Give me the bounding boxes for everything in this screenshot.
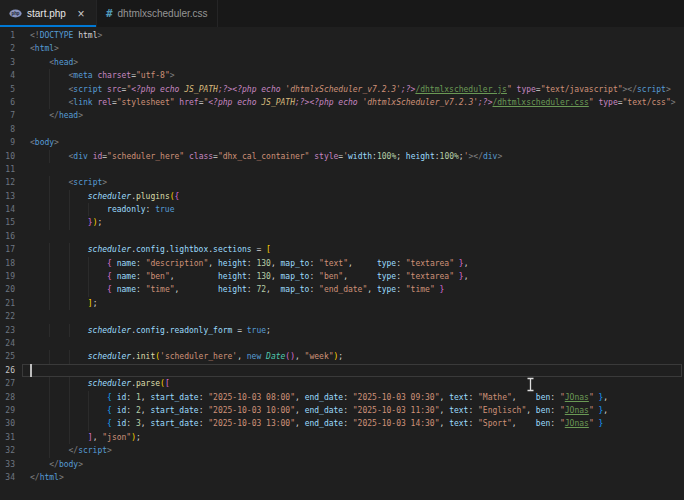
code-line-13[interactable]: scheduler.plugins({ (30, 190, 684, 203)
indent-guide (69, 431, 88, 444)
indent-guide (88, 404, 107, 417)
indent-space (30, 444, 49, 457)
code-line-28[interactable]: { id: 1, start_date: "2025-10-03 08:00",… (30, 391, 684, 404)
indent-guide (69, 350, 88, 363)
code-line-18[interactable]: { name: "description", height: 130, map_… (30, 257, 684, 270)
line-number: 30 (0, 417, 20, 430)
indent-space (30, 216, 49, 229)
line-number: 13 (0, 190, 20, 203)
code-line-7[interactable]: </head> (30, 109, 684, 122)
indent-guide (69, 417, 88, 430)
code-line-4[interactable]: <meta charset="utf-8"> (30, 69, 684, 82)
indent-guide (88, 391, 107, 404)
indent-guide (49, 96, 68, 109)
indent-space (30, 190, 49, 203)
indent-space (30, 431, 49, 444)
line-number: 3 (0, 56, 20, 69)
indent-guide (49, 270, 68, 283)
tab-dhtmlxscheduler-css[interactable]: # dhtmlxscheduler.css (97, 0, 218, 27)
code-line-9[interactable]: <body> (30, 136, 684, 149)
code-line-21[interactable]: ]; (30, 297, 684, 310)
code-lines[interactable]: <!DOCTYPE html><html><head><meta charset… (30, 29, 684, 500)
code-line-2[interactable]: <html> (30, 42, 684, 55)
code-line-6[interactable]: <link rel="stylesheet" href="<?php echo … (30, 96, 684, 109)
code-line-30[interactable]: { id: 3, start_date: "2025-10-03 13:00",… (30, 417, 684, 430)
indent-guide (69, 377, 88, 390)
code-line-22[interactable] (30, 310, 684, 323)
code-line-15[interactable]: }); (30, 216, 684, 229)
code-line-29[interactable]: { id: 2, start_date: "2025-10-03 10:00",… (30, 404, 684, 417)
code-line-24[interactable] (30, 337, 684, 350)
editor[interactable]: 1234567891011121314151617181920212223242… (0, 27, 684, 500)
css-file-icon: # (106, 7, 113, 20)
indent-space (30, 176, 49, 189)
indent-space (30, 404, 49, 417)
code-line-17[interactable]: scheduler.config.lightbox.sections = [ (30, 243, 684, 256)
indent-guide (88, 257, 107, 270)
line-number: 18 (0, 257, 20, 270)
code-line-3[interactable]: <head> (30, 56, 684, 69)
indent-guide (49, 350, 68, 363)
line-number: 21 (0, 297, 20, 310)
indent-guide (49, 417, 68, 430)
php-file-icon: php (9, 7, 22, 20)
indent-guide (69, 283, 88, 296)
code-line-10[interactable]: <div id="scheduler_here" class="dhx_cal_… (30, 150, 684, 163)
line-number: 17 (0, 243, 20, 256)
code-line-33[interactable]: </body> (30, 458, 684, 471)
svg-text:php: php (11, 11, 19, 16)
indent-guide (69, 297, 88, 310)
tab-label: dhtmlxscheduler.css (118, 8, 208, 19)
indent-space (30, 150, 49, 163)
indent-guide (69, 270, 88, 283)
tab-start-php[interactable]: php start.php × (0, 0, 97, 27)
indent-guide (88, 203, 107, 216)
indent-space (30, 391, 49, 404)
line-number: 8 (0, 123, 20, 136)
code-line-12[interactable]: <script> (30, 176, 684, 189)
tab-bar: php start.php × # dhtmlxscheduler.css (0, 0, 684, 27)
code-line-11[interactable] (30, 163, 684, 176)
line-number: 27 (0, 377, 20, 390)
tab-label: start.php (27, 8, 66, 19)
line-number: 1 (0, 29, 20, 42)
indent-space (30, 109, 49, 122)
code-line-27[interactable]: scheduler.parse([ (30, 377, 684, 390)
close-tab-icon[interactable]: × (75, 8, 87, 20)
line-number: 34 (0, 471, 20, 484)
indent-guide (69, 391, 88, 404)
code-line-25[interactable]: scheduler.init('scheduler_here', new Dat… (30, 350, 684, 363)
code-line-1[interactable]: <!DOCTYPE html> (30, 29, 684, 42)
text-caret (30, 364, 32, 377)
code-line-20[interactable]: { name: "time", height: 72, map_to: "end… (30, 283, 684, 296)
indent-guide (49, 203, 68, 216)
line-number: 2 (0, 42, 20, 55)
line-number: 28 (0, 391, 20, 404)
code-line-31[interactable]: ], "json"); (30, 431, 684, 444)
indent-space (30, 257, 49, 270)
line-number: 11 (0, 163, 20, 176)
code-line-16[interactable] (30, 230, 684, 243)
line-number: 25 (0, 350, 20, 363)
code-line-34[interactable]: </html> (30, 471, 684, 484)
indent-guide (49, 150, 68, 163)
indent-guide (88, 270, 107, 283)
line-number: 24 (0, 337, 20, 350)
indent-space (30, 243, 49, 256)
code-line-5[interactable]: <script src="<?php echo JS_PATH;?><?php … (30, 83, 684, 96)
indent-space (30, 458, 49, 471)
line-number: 15 (0, 216, 20, 229)
indent-guide (69, 324, 88, 337)
indent-guide (69, 203, 88, 216)
indent-guide (49, 216, 68, 229)
line-number: 9 (0, 136, 20, 149)
code-line-14[interactable]: readonly: true (30, 203, 684, 216)
code-line-26[interactable] (22, 364, 682, 377)
code-line-19[interactable]: { name: "ben", height: 130, map_to: "ben… (30, 270, 684, 283)
code-line-8[interactable] (30, 123, 684, 136)
code-line-32[interactable]: </script> (30, 444, 684, 457)
gutter: 1234567891011121314151617181920212223242… (0, 29, 20, 500)
line-number: 19 (0, 270, 20, 283)
line-number: 29 (0, 404, 20, 417)
code-line-23[interactable]: scheduler.config.readonly_form = true; (30, 324, 684, 337)
